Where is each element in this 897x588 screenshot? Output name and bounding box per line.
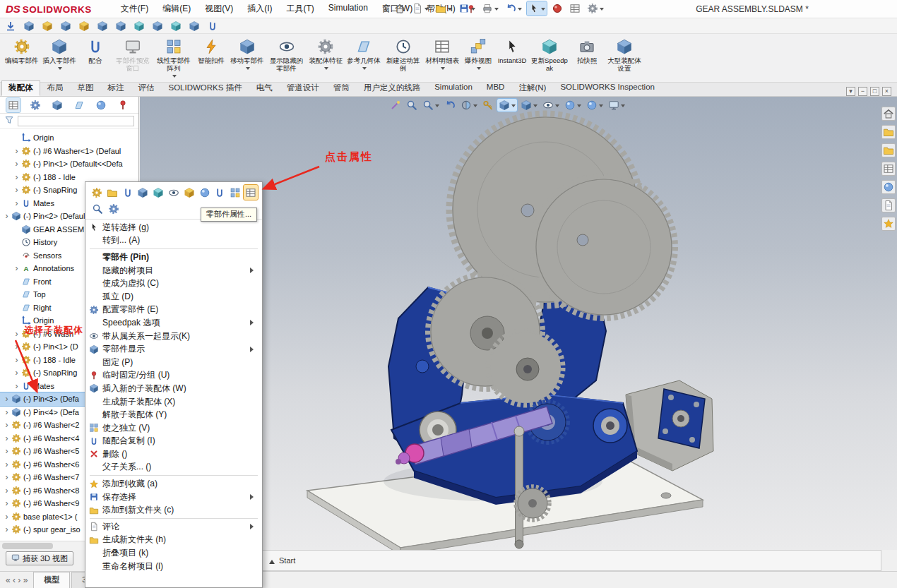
instant3d-button[interactable]: Instant3D [496, 35, 528, 82]
context-menu-item[interactable]: 添加到新文件夹 (c) [85, 503, 262, 517]
expand-arrow-icon[interactable]: › [13, 382, 20, 390]
settings-gear-button[interactable] [586, 1, 605, 16]
assembly-tool-6-button[interactable] [114, 19, 128, 33]
expand-arrow-icon[interactable]: › [3, 447, 11, 455]
expand-arrow-icon[interactable]: › [13, 264, 20, 272]
expand-arrow-icon[interactable]: › [3, 499, 11, 508]
apply-scene-button[interactable] [585, 99, 605, 112]
menubar-item[interactable]: 工具(T) [280, 0, 321, 18]
dynamic-annotation-views-button[interactable] [481, 99, 495, 112]
context-menu-item[interactable]: 生成新子装配体 (X) [85, 395, 262, 409]
open-document-button[interactable] [434, 1, 453, 16]
previous-view-button[interactable] [443, 99, 457, 112]
menubar-item[interactable]: 插入(I) [241, 0, 278, 18]
expand-arrow-icon[interactable]: › [13, 342, 20, 351]
context-menu-item[interactable]: 隐藏的树项目 [85, 264, 262, 277]
display-style-button[interactable] [519, 99, 539, 112]
magnify-selection-button[interactable] [90, 201, 105, 216]
shaft-flange[interactable] [658, 389, 705, 448]
open-subassembly-button[interactable] [105, 185, 119, 200]
save-button[interactable] [457, 1, 477, 16]
context-menu-item[interactable]: 随配合复制 (I) [85, 435, 262, 448]
expand-arrow-icon[interactable]: › [3, 434, 11, 443]
sheet-nav-arrows[interactable]: « ‹ › » [0, 575, 33, 585]
context-menu-item[interactable]: 逆转选择 (g) [85, 221, 262, 234]
move-component-button[interactable] [136, 185, 150, 200]
expand-arrow-icon[interactable]: › [13, 160, 20, 168]
zoom-fit-button[interactable] [405, 99, 419, 112]
new-document-button[interactable] [410, 1, 430, 16]
commandmanager-tab[interactable]: 用户定义的线路 [357, 80, 428, 96]
tree-filter-input[interactable] [18, 116, 134, 126]
menubar-item[interactable]: Simulation [322, 0, 374, 18]
context-menu-item[interactable]: Speedpak 选项 [85, 316, 262, 330]
minimize-icon[interactable]: − [858, 87, 867, 96]
context-menu-item[interactable]: 重命名树项目 (l) [85, 560, 262, 573]
assembly-tool-7-button[interactable] [132, 19, 146, 33]
expand-arrow-icon[interactable]: › [3, 212, 11, 220]
assembly-tool-8-button[interactable] [150, 19, 165, 33]
expand-arrow-icon[interactable]: › [3, 473, 11, 481]
tree-item[interactable]: ›(-) Pin<1> (Default<<Defa [0, 157, 138, 171]
commandmanager-tab[interactable]: MBD [480, 80, 512, 96]
mate-button[interactable]: 配合 [79, 35, 112, 82]
commandmanager-tab[interactable]: 装配体 [1, 80, 40, 96]
appearances-scenes-tab[interactable] [881, 180, 896, 194]
commandmanager-tab[interactable]: 布局 [40, 80, 71, 96]
commandmanager-tab[interactable]: Simulation [427, 80, 480, 96]
undo-button[interactable] [504, 1, 523, 16]
commandmanager-tab[interactable]: 管道设计 [280, 80, 326, 96]
update-speedpak-button[interactable]: 更新Speedpak [530, 35, 569, 82]
context-menu-item[interactable]: 插入新的子装配体 (W) [85, 382, 262, 395]
expand-arrow-icon[interactable]: › [13, 368, 20, 377]
component-preview-window-button[interactable]: 零部件预览窗口 [113, 35, 153, 82]
configurationmanager-tab[interactable] [50, 98, 64, 112]
context-menu-item[interactable]: 零部件显示 [85, 342, 262, 356]
propertymanager-tab[interactable] [28, 98, 42, 112]
displaymanager-tab[interactable] [94, 98, 108, 112]
appearance-button[interactable] [198, 185, 212, 200]
expand-arrow-icon[interactable]: › [3, 408, 11, 416]
expand-arrow-icon[interactable]: › [3, 525, 11, 534]
mate-button[interactable] [121, 185, 135, 200]
expand-arrow-icon[interactable]: › [13, 330, 20, 338]
capture-3d-view-button[interactable]: 捕获 3D 视图 [6, 551, 73, 565]
solidworks-resources-tab[interactable] [881, 107, 896, 121]
file-explorer-tab[interactable] [881, 143, 896, 157]
select-cursor-button[interactable] [527, 1, 547, 16]
commandmanager-tab[interactable]: 评估 [131, 80, 162, 96]
expand-arrow-icon[interactable]: › [3, 460, 11, 469]
context-menu-item[interactable]: 临时固定/分组 (U) [85, 369, 262, 383]
view-orientation-button[interactable] [497, 99, 517, 112]
model-tab[interactable]: 模型 [33, 572, 70, 588]
context-menu-item[interactable]: 保存选择 [85, 491, 262, 504]
expand-arrow-icon[interactable]: › [13, 173, 20, 181]
configure-feature-button[interactable] [106, 201, 121, 216]
hide-show-items-button[interactable] [541, 99, 561, 112]
commandmanager-tab[interactable]: 电气 [249, 80, 280, 96]
context-menu-item[interactable]: 转到... (A) [85, 234, 262, 248]
expand-arrow-icon[interactable]: › [3, 512, 11, 521]
pane-pin[interactable] [116, 98, 130, 112]
expand-motionbar-icon[interactable] [269, 557, 275, 564]
commandmanager-tab[interactable]: SOLIDWORKS 插件 [162, 80, 249, 96]
assembly-tool-10-button[interactable] [187, 19, 201, 33]
smart-fasteners-button[interactable]: 智能扣件 [195, 35, 227, 82]
commandmanager-tab[interactable]: 管筒 [326, 80, 357, 96]
expand-arrow-icon[interactable]: › [3, 421, 11, 429]
commandmanager-tab[interactable]: 标注 [101, 80, 131, 96]
tree-item[interactable]: ›Origin [0, 131, 138, 145]
context-menu-item[interactable]: 配置零部件 (E) [85, 304, 262, 317]
context-menu-item[interactable]: 折叠项目 (k) [85, 546, 262, 560]
expand-arrow-icon[interactable]: › [13, 356, 20, 364]
expand-arrow-icon[interactable]: › [13, 199, 20, 208]
view-palette-tab[interactable] [881, 162, 896, 176]
suppress-button[interactable] [151, 185, 165, 200]
options-list-button[interactable] [568, 1, 582, 16]
magic-wand-button[interactable] [388, 99, 403, 112]
assembly-tool-5-button[interactable] [95, 19, 109, 33]
edit-appearance-button[interactable] [563, 99, 583, 112]
custom-properties-tab[interactable] [881, 198, 896, 212]
menubar-item[interactable]: 视图(V) [198, 0, 239, 18]
collapse-toolbar-button[interactable] [4, 19, 18, 33]
